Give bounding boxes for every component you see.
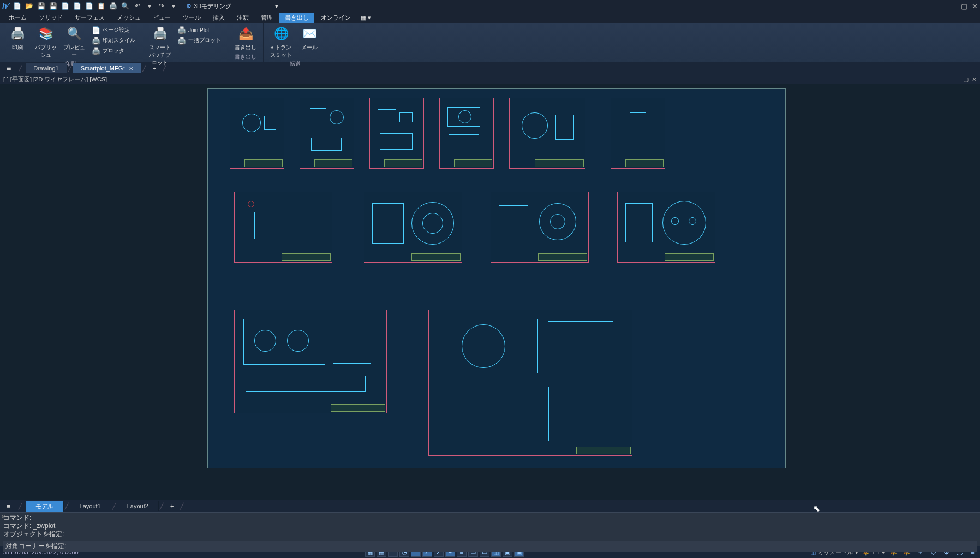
drawing-sheet <box>611 98 665 169</box>
drawing-sheet <box>364 192 462 263</box>
menu-tool[interactable]: ツール <box>177 13 206 23</box>
minimize-button[interactable]: — <box>949 2 957 10</box>
drawing-sheet <box>234 192 332 263</box>
app-logo: h⁄ <box>2 2 8 10</box>
menu-surface[interactable]: サーフェス <box>69 13 110 23</box>
mail-icon: ✉️ <box>301 25 318 43</box>
qat-redo-icon[interactable]: ↷ <box>157 2 166 10</box>
drawing-sheet <box>234 310 387 413</box>
ribbon: 🖨️ 印刷 📚 パブリッシュ 🔍 プレビュー 📄ページ設定 🖨️印刷スタイル 🖨… <box>0 23 980 62</box>
drawing-sheet <box>230 98 284 169</box>
layout-tab-2[interactable]: Layout2 <box>117 501 159 511</box>
plotter-button[interactable]: 🖨️プロッタ <box>89 46 138 56</box>
smart-plot-icon: 🖨️ <box>151 25 169 43</box>
cmd-history-line: オブジェクトを指定: <box>3 530 977 538</box>
menu-bar: ホーム ソリッド サーフェス メッシュ ビュー ツール 挿入 注釈 管理 書き出… <box>0 12 980 23</box>
print-button[interactable]: 🖨️ 印刷 <box>4 25 31 51</box>
style-icon: 🖨️ <box>92 36 100 45</box>
command-input[interactable]: 対角コーナーを指定: <box>3 541 977 552</box>
cmd-close-icon[interactable]: ✕ <box>1 514 5 520</box>
export-button[interactable]: 📤 書き出し <box>232 25 259 51</box>
panel-title-export: 書き出し <box>230 53 261 62</box>
ribbon-panel-print: 🖨️ 印刷 📚 パブリッシュ 🔍 プレビュー 📄ページ設定 🖨️印刷スタイル 🖨… <box>0 23 142 62</box>
close-button[interactable]: ✕ <box>972 2 978 10</box>
title-bar: h⁄ 📄 📂 💾 💾 📄 📄 📄 📋 🖨️ 🔍 ↶ ▾ ↷ ▾ ⚙ 3Dモデリン… <box>0 0 980 12</box>
chevron-down-icon: ▾ <box>275 3 278 10</box>
printer-icon: 🖨️ <box>9 25 26 43</box>
preview-button[interactable]: 🔍 プレビュー <box>61 25 87 59</box>
qat-doc2-icon[interactable]: 📄 <box>73 2 82 10</box>
join-icon: 🖨️ <box>177 26 186 34</box>
layout-tab-model[interactable]: モデル <box>26 501 64 512</box>
page-icon: 📄 <box>92 26 100 34</box>
doctabs-menu-button[interactable]: ≡ <box>2 64 15 73</box>
drawing-area[interactable] <box>0 84 980 500</box>
drawing-sheet <box>491 192 589 263</box>
command-window[interactable]: ✕ コマンド: コマンド: _zwplot オブジェクトを指定: 対角コーナーを… <box>0 512 980 546</box>
workspace-selector[interactable]: ⚙ 3Dモデリング ▾ <box>186 2 278 10</box>
doctab-close-icon[interactable]: ✕ <box>129 66 133 72</box>
batch-plot-button[interactable]: 🖨️一括プロット <box>175 35 223 45</box>
batch-icon: 🖨️ <box>177 36 186 45</box>
globe-icon: 🌐 <box>272 25 290 43</box>
drawing-sheet <box>300 98 354 169</box>
drawing-sheet <box>369 98 424 169</box>
layouttabs-menu-button[interactable]: ≡ <box>2 502 15 510</box>
drawing-sheet <box>439 98 494 169</box>
vp-minimize-button[interactable]: — <box>954 76 960 83</box>
viewport-label-bar: [-] [平面図] [2D ワイヤフレーム] [WCS] — ▢ ✕ <box>0 74 980 84</box>
menu-annotate[interactable]: 注釈 <box>231 13 254 23</box>
print-style-button[interactable]: 🖨️印刷スタイル <box>89 35 138 45</box>
menu-solid[interactable]: ソリッド <box>33 13 68 23</box>
menu-online[interactable]: オンライン <box>315 13 356 23</box>
publish-icon: 📚 <box>37 25 55 43</box>
doctab-add-button[interactable]: + <box>147 65 162 72</box>
etransmit-button[interactable]: 🌐 e-トランスミット <box>268 25 294 59</box>
drawing-paper <box>207 88 786 468</box>
page-setup-button[interactable]: 📄ページ設定 <box>89 25 138 35</box>
viewport-label[interactable]: [-] [平面図] [2D ワイヤフレーム] [WCS] <box>3 75 107 84</box>
menu-view[interactable]: ビュー <box>147 13 176 23</box>
gear-icon: ⚙ <box>186 3 192 10</box>
qat-saveas-icon[interactable]: 💾 <box>49 2 58 10</box>
ribbon-panel-transfer: 🌐 e-トランスミット ✉️ メール 転送 <box>264 23 327 62</box>
layout-tab-1[interactable]: Layout1 <box>70 501 111 511</box>
preview-icon: 🔍 <box>65 25 83 43</box>
menu-apps-icon[interactable]: ▦ ▾ <box>361 14 371 21</box>
ribbon-panel-export: 📤 書き出し 書き出し <box>228 23 264 62</box>
menu-mesh[interactable]: メッシュ <box>111 13 146 23</box>
workspace-label: 3Dモデリング <box>194 2 231 10</box>
qat-save-icon[interactable]: 💾 <box>37 2 46 10</box>
maximize-button[interactable]: ▢ <box>961 2 967 10</box>
join-plot-button[interactable]: 🖨️Join Plot <box>175 25 223 35</box>
drawing-sheet <box>617 192 715 263</box>
qat-new-icon[interactable]: 📄 <box>13 2 22 10</box>
menu-home[interactable]: ホーム <box>3 13 32 23</box>
qat-print-icon[interactable]: 🖨️ <box>109 2 118 10</box>
qat-redo-drop-icon[interactable]: ▾ <box>169 2 178 10</box>
smart-batch-plot-button[interactable]: 🖨️ スマート バッチプロット <box>147 25 173 67</box>
menu-export[interactable]: 書き出し <box>279 13 314 23</box>
cmd-history-line: コマンド: <box>3 514 977 522</box>
menu-manage[interactable]: 管理 <box>255 13 278 23</box>
mail-button[interactable]: ✉️ メール <box>296 25 322 51</box>
qat-undo-drop-icon[interactable]: ▾ <box>145 2 154 10</box>
doctab-drawing1[interactable]: Drawing1 <box>26 63 67 73</box>
plotter-icon: 🖨️ <box>92 46 100 55</box>
qat-copy-icon[interactable]: 📋 <box>97 2 106 10</box>
qat-doc3-icon[interactable]: 📄 <box>85 2 94 10</box>
layout-tab-add-button[interactable]: + <box>165 503 179 509</box>
vp-close-button[interactable]: ✕ <box>972 76 977 83</box>
qat-open-icon[interactable]: 📂 <box>25 2 34 10</box>
publish-button[interactable]: 📚 パブリッシュ <box>33 25 59 59</box>
export-icon: 📤 <box>237 25 254 43</box>
qat-preview-icon[interactable]: 🔍 <box>121 2 130 10</box>
doctab-smartplot[interactable]: Smartplot_MFG*✕ <box>73 63 141 73</box>
menu-insert[interactable]: 挿入 <box>207 13 230 23</box>
cmd-history-line: コマンド: _zwplot <box>3 522 977 530</box>
drawing-sheet <box>509 98 585 169</box>
vp-maximize-button[interactable]: ▢ <box>963 76 969 83</box>
qat-doc1-icon[interactable]: 📄 <box>61 2 70 10</box>
panel-title-transfer: 転送 <box>266 60 325 69</box>
qat-undo-icon[interactable]: ↶ <box>133 2 142 10</box>
